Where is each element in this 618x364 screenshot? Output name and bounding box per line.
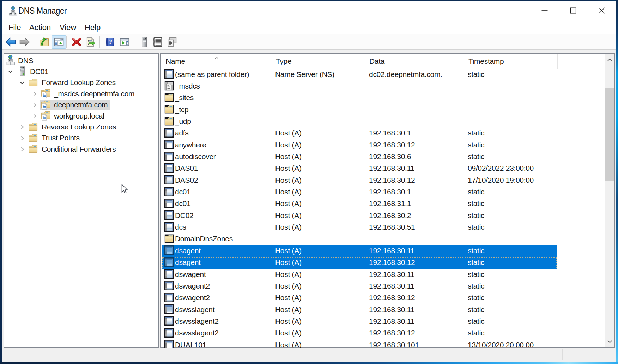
toolbar-new-window-from-here-button[interactable] [117, 35, 132, 49]
tree-item[interactable]: DNS [4, 55, 158, 66]
list-cell-type: Host (A) [272, 210, 364, 221]
list-row[interactable]: DAS01Host (A)192.168.30.1109/02/2022 23:… [161, 163, 605, 175]
list-cell-type: Host (A) [272, 280, 364, 292]
tree-item[interactable]: _msdcs.deepnetmfa.com [4, 88, 158, 99]
list-cell-data: 192.168.30.1 [364, 127, 464, 139]
list-row[interactable]: dsagentHost (A)192.168.30.11static [161, 245, 605, 257]
cell-name: DomainDnsZones [175, 235, 233, 243]
list-row[interactable]: dcsHost (A)192.168.30.51static [161, 222, 605, 233]
chev-right-icon[interactable] [20, 147, 25, 152]
chev-right-icon[interactable] [32, 114, 37, 119]
list-cell-data: 192.168.30.51 [364, 221, 464, 233]
list-cell-name: dswagent2 [161, 292, 272, 304]
toolbar-records-log-button[interactable] [151, 35, 165, 49]
dns-manager-window: DNS Manager FileActionViewHelp DNSDC01Fo… [2, 1, 616, 362]
list-row[interactable]: DC02Host (A)192.168.30.2static [161, 210, 605, 222]
list-row[interactable]: dswagent2Host (A)192.168.30.11static [161, 281, 605, 292]
zone-folder [41, 89, 50, 98]
cell-name: DAS01 [175, 164, 198, 172]
list-row[interactable]: dc01Host (A)192.168.31.1static [161, 199, 605, 210]
copy-frames-icon [166, 37, 177, 47]
menu-view[interactable]: View [55, 23, 81, 32]
list-cell-type: Host (A) [272, 139, 364, 151]
menu-help[interactable]: Help [80, 23, 105, 32]
list-row[interactable]: DAS02Host (A)192.168.30.1217/10/2020 19:… [161, 175, 605, 187]
list-folder [164, 234, 174, 243]
list-row[interactable]: dswagentHost (A)192.168.30.11static [161, 269, 605, 281]
column-header-data[interactable]: Data [364, 54, 464, 69]
scroll-up-button[interactable] [605, 54, 614, 66]
chev-down-icon[interactable] [20, 80, 25, 85]
toolbar-up-one-level-button[interactable] [37, 35, 51, 49]
cell-timestamp: static [468, 282, 484, 290]
list-row[interactable]: _msdcs [161, 81, 605, 92]
toolbar-forward-button[interactable] [18, 35, 32, 49]
list-row[interactable]: dsagentHost (A)192.168.30.12static [161, 257, 605, 269]
cell-data: 192.168.30.12 [369, 329, 415, 337]
tree-item[interactable]: DC01 [4, 66, 158, 77]
cell-timestamp: static [468, 293, 484, 302]
cell-name: DC02 [175, 211, 194, 220]
list-row[interactable]: _tcp [161, 104, 605, 116]
column-header-type[interactable]: Type [272, 54, 364, 69]
chev-right-icon[interactable] [32, 103, 37, 108]
tree-item[interactable]: Conditional Forwarders [4, 144, 158, 154]
column-header-timestamp[interactable]: Timestamp [464, 54, 558, 69]
tree-item[interactable]: workgroup.local [4, 110, 158, 121]
list-cell-data: 192.168.30.12 [364, 257, 464, 268]
toolbar-show-hide-console-tree-button[interactable] [52, 35, 66, 49]
cell-data: 192.168.30.12 [369, 258, 415, 267]
chev-right-icon[interactable] [32, 91, 37, 96]
tree-item[interactable]: deepnetmfa.com [4, 99, 158, 110]
list-cell-name: dswsslagent [161, 304, 272, 315]
minimize-button[interactable] [530, 1, 559, 20]
toolbar-copy-view-button[interactable] [165, 35, 179, 49]
tree-item[interactable]: Forward Lookup Zones [4, 77, 158, 88]
list-row[interactable]: adfsHost (A)192.168.30.1static [161, 128, 605, 140]
toolbar-server-properties-button[interactable] [137, 35, 151, 49]
list-row[interactable]: dswsslagent2Host (A)192.168.30.11static [161, 316, 605, 328]
list-cell-data [364, 115, 464, 127]
record-icon [164, 152, 174, 161]
scroll-down-button[interactable] [605, 335, 614, 347]
cell-type: Host (A) [275, 129, 302, 137]
vertical-scrollbar[interactable] [605, 54, 614, 347]
tree-item[interactable]: Trust Points [4, 133, 158, 144]
list-row[interactable]: DomainDnsZones [161, 234, 605, 245]
list-row[interactable]: anywhereHost (A)192.168.30.12static [161, 140, 605, 151]
list-row[interactable]: dswsslagent2Host (A)192.168.30.12static [161, 328, 605, 340]
toolbar-back-button[interactable] [4, 35, 18, 49]
tree-item[interactable]: Reverse Lookup Zones [4, 121, 158, 132]
chev-right [32, 114, 37, 119]
delegation [164, 81, 174, 91]
list-row[interactable]: dswsslagentHost (A)192.168.30.11static [161, 304, 605, 316]
chev-right-icon[interactable] [20, 136, 25, 141]
chev-down-icon[interactable] [8, 69, 13, 74]
list-row[interactable]: _sites [161, 93, 605, 104]
maximize-button[interactable] [559, 1, 587, 20]
list-row[interactable]: dc01Host (A)192.168.30.1static [161, 187, 605, 198]
scrollbar-thumb[interactable] [605, 88, 614, 181]
tree-item-label: Forward Lookup Zones [42, 78, 116, 87]
toolbar-help-button[interactable] [103, 35, 117, 49]
cell-timestamp: static [468, 188, 484, 196]
toolbar-export-list-button[interactable] [84, 35, 98, 49]
chev-right-icon[interactable] [20, 125, 25, 129]
cell-timestamp: 17/10/2020 19:00:00 [468, 176, 534, 184]
list-row[interactable]: (same as parent folder)Name Server (NS)d… [161, 69, 605, 81]
cell-timestamp: static [468, 258, 484, 267]
cell-name: dswsslagent2 [175, 317, 219, 326]
menu-file[interactable]: File [4, 23, 26, 32]
column-header-name[interactable]: Name [161, 54, 272, 69]
list-folder [164, 93, 174, 102]
toolbar-delete-button[interactable] [69, 35, 84, 49]
close-button[interactable] [587, 1, 616, 20]
list-row[interactable]: autodiscoverHost (A)192.168.30.6static [161, 151, 605, 163]
list-row[interactable]: dswagent2Host (A)192.168.30.12static [161, 293, 605, 304]
menu-action[interactable]: Action [24, 23, 56, 32]
list-cell-name: dc01 [161, 186, 272, 198]
minimize-icon [541, 7, 548, 14]
cell-data: 192.168.30.12 [369, 293, 415, 302]
chev-down [20, 80, 25, 85]
list-row[interactable]: _udp [161, 116, 605, 128]
